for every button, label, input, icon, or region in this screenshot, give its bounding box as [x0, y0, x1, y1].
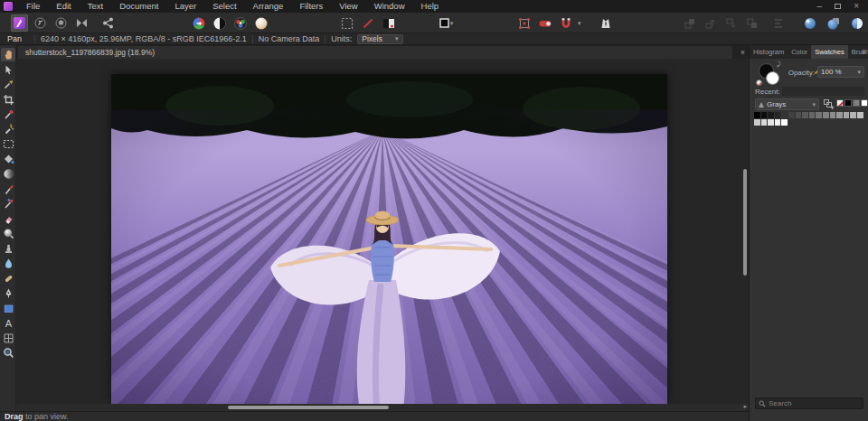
auto-levels-button[interactable]	[190, 14, 207, 32]
text-tool[interactable]: A	[1, 316, 15, 330]
document-tab[interactable]: shutterstock_1197866839.jpg (18.9%)	[18, 46, 732, 59]
gray-swatch[interactable]	[788, 112, 795, 118]
opacity-dropdown[interactable]: 100 % ▾	[817, 66, 864, 78]
menu-document[interactable]: Document	[111, 0, 166, 13]
swatch-none[interactable]	[836, 99, 844, 107]
search-input[interactable]	[769, 399, 860, 407]
gray-swatch[interactable]	[816, 112, 822, 118]
palette-options-icon[interactable]	[823, 98, 835, 110]
swatch-white[interactable]	[861, 99, 868, 107]
erase-brush-tool[interactable]	[1, 212, 15, 226]
no-color-icon[interactable]	[756, 80, 762, 86]
gray-swatch[interactable]	[768, 119, 774, 126]
swatch-black[interactable]	[844, 99, 852, 107]
blur-brush-tool[interactable]	[1, 257, 15, 270]
menu-window[interactable]: Window	[366, 0, 413, 13]
close-button[interactable]: ×	[854, 0, 859, 13]
view-mode-button[interactable]: ▾	[433, 14, 458, 32]
mask-view-button[interactable]	[380, 14, 397, 32]
menu-layer[interactable]: Layer	[166, 0, 204, 13]
vertical-scrollbar[interactable]	[742, 59, 748, 404]
forward-one-button[interactable]	[702, 14, 719, 32]
menu-view[interactable]: View	[331, 0, 365, 13]
photo-persona-button[interactable]	[11, 14, 28, 32]
gradient-tool[interactable]	[1, 167, 15, 181]
gray-swatch[interactable]	[761, 119, 768, 126]
chevron-down-icon[interactable]: ▾	[578, 20, 581, 27]
horizontal-scrollbar-thumb[interactable]	[228, 406, 389, 409]
color-wells[interactable]: ⤸	[757, 63, 784, 89]
quick-mask-button[interactable]	[338, 14, 355, 32]
flood-select-tool[interactable]	[1, 123, 15, 136]
liquify-persona-button[interactable]	[32, 14, 49, 32]
palette-dropdown[interactable]: Grays ▾	[755, 98, 819, 110]
pixel-snap-button[interactable]	[536, 14, 553, 32]
canvas-area[interactable]	[16, 59, 749, 404]
gray-swatch[interactable]	[802, 112, 808, 118]
gray-swatch[interactable]	[781, 119, 788, 126]
zoom-tool[interactable]	[1, 346, 15, 360]
alignment-button[interactable]	[769, 14, 787, 32]
gray-swatch[interactable]	[809, 112, 816, 118]
snapping-presets-button[interactable]	[515, 14, 533, 32]
fill-color-well[interactable]	[766, 71, 779, 85]
dodge-brush-tool[interactable]	[1, 227, 15, 240]
view-option-3-button[interactable]	[848, 14, 865, 32]
view-option-2-button[interactable]	[825, 14, 842, 32]
tone-mapping-persona-button[interactable]	[73, 14, 90, 32]
scroll-right-arrow-icon[interactable]: ▸	[743, 403, 747, 410]
crop-tool[interactable]	[1, 93, 15, 107]
snapping-magnet-button[interactable]	[557, 14, 574, 32]
pen-tool[interactable]	[1, 286, 15, 300]
rotation-button[interactable]	[359, 14, 376, 32]
move-to-back-button[interactable]	[743, 14, 760, 32]
view-tool[interactable]	[1, 48, 15, 61]
gray-swatch[interactable]	[768, 112, 774, 118]
menu-file[interactable]: File	[18, 0, 48, 13]
menu-filters[interactable]: Filters	[291, 0, 331, 13]
tab-swatches[interactable]: Swatches	[811, 45, 848, 59]
menu-select[interactable]: Select	[204, 0, 244, 13]
maximize-button[interactable]	[835, 4, 841, 9]
tab-color[interactable]: Color	[788, 45, 811, 59]
swatch-gray[interactable]	[853, 99, 860, 107]
export-persona-button[interactable]	[99, 14, 117, 32]
develop-persona-button[interactable]	[52, 14, 70, 32]
menu-text[interactable]: Text	[80, 0, 111, 13]
color-picker-tool[interactable]	[1, 78, 15, 91]
panel-menu-icon[interactable]: ≡	[862, 45, 866, 59]
vertical-scrollbar-thumb[interactable]	[743, 169, 747, 276]
gray-swatch[interactable]	[823, 112, 829, 118]
shape-tool[interactable]	[1, 302, 15, 315]
gray-swatch[interactable]	[761, 112, 768, 118]
healing-brush-tool[interactable]	[1, 272, 15, 285]
gray-swatch[interactable]	[781, 112, 788, 118]
menu-help[interactable]: Help	[413, 0, 448, 13]
color-replacement-brush-tool[interactable]	[1, 197, 15, 210]
auto-contrast-button[interactable]	[211, 14, 228, 32]
minimize-button[interactable]: –	[817, 0, 823, 13]
auto-colours-button[interactable]	[231, 14, 249, 32]
marquee-tool[interactable]	[1, 137, 15, 151]
gray-swatch[interactable]	[844, 112, 850, 118]
gray-swatch[interactable]	[850, 112, 856, 118]
gray-swatch[interactable]	[754, 119, 760, 126]
move-to-front-button[interactable]	[681, 14, 698, 32]
tab-close-icon[interactable]: ×	[741, 46, 745, 59]
tab-histogram[interactable]: Histogram	[750, 45, 788, 59]
view-option-1-button[interactable]	[801, 14, 818, 32]
units-dropdown[interactable]: Pixels ▾	[357, 34, 402, 44]
paint-brush-tool[interactable]	[1, 182, 15, 196]
mesh-warp-tool[interactable]	[1, 332, 15, 345]
gray-swatch[interactable]	[857, 112, 863, 118]
swatch-search[interactable]	[755, 398, 863, 409]
selection-brush-tool[interactable]	[1, 108, 15, 121]
clone-brush-tool[interactable]	[1, 242, 15, 256]
gray-swatch[interactable]	[796, 112, 802, 118]
swap-colors-icon[interactable]: ⤸	[777, 61, 780, 68]
menu-edit[interactable]: Edit	[48, 0, 79, 13]
gray-swatch[interactable]	[754, 112, 760, 118]
auto-white-balance-button[interactable]	[252, 14, 269, 32]
gray-swatch[interactable]	[775, 112, 781, 118]
menu-arrange[interactable]: Arrange	[245, 0, 292, 13]
